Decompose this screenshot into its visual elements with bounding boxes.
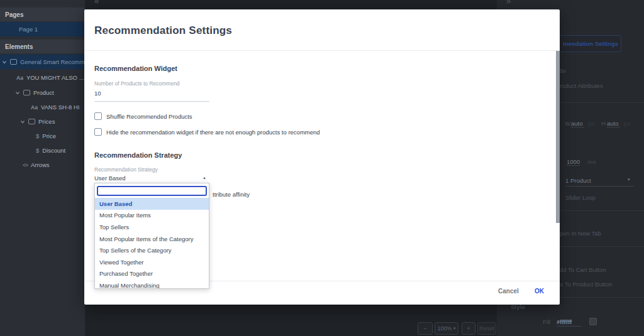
- sidebar-item-discount[interactable]: $ Discount: [0, 143, 85, 158]
- strategy-select-label: Recommendation Strategy: [94, 166, 158, 173]
- attribute-affinity-label-fragment: ttribute affinity: [213, 191, 250, 198]
- fill-label: Fill: [543, 318, 550, 325]
- sidebar-item-general-smart-recommend[interactable]: General Smart Recomme: [0, 55, 85, 69]
- sidebar-item-arrows[interactable]: <> Arrows: [0, 158, 85, 172]
- modal-scrollbar-thumb[interactable]: [556, 51, 560, 223]
- hide-widget-checkbox-label: Hide the recommendation widget if there …: [106, 129, 320, 136]
- zoom-out-button[interactable]: −: [418, 322, 433, 335]
- minus-icon: −: [423, 325, 426, 332]
- container-icon: [23, 90, 30, 95]
- chevron-down-icon: [20, 119, 25, 124]
- tree-item-label: Arrows: [31, 161, 50, 168]
- sidebar-item-product[interactable]: Product: [0, 85, 85, 100]
- dropdown-option-manual-merchandising[interactable]: Manual Merchandising: [95, 279, 209, 289]
- layers-sidebar: Pages Page 1 Elements General Smart Reco…: [0, 0, 85, 336]
- dropdown-option-most-popular-items-category[interactable]: Most Popular Items of the Category: [95, 233, 209, 245]
- tree-item-label: YOU MIGHT ALSO ...: [26, 74, 84, 81]
- dollar-icon: $: [36, 133, 39, 139]
- number-of-products-label: Number of Products to Recommend: [94, 80, 180, 87]
- number-of-products-input[interactable]: 10: [94, 90, 101, 97]
- collapse-right-panel-icon[interactable]: »: [506, 0, 511, 6]
- sidebar-item-you-might-also[interactable]: Aa YOU MIGHT ALSO ...: [0, 70, 85, 85]
- dropdown-option-user-based[interactable]: User Based: [95, 198, 209, 210]
- width-input[interactable]: auto: [571, 120, 583, 127]
- shuffle-checkbox-label: Shuffle Recommended Products: [106, 113, 192, 120]
- tree-item-label: Discount: [42, 147, 65, 154]
- zoom-reset-button[interactable]: Reset: [477, 322, 496, 335]
- cancel-button[interactable]: Cancel: [498, 288, 519, 295]
- dropdown-search-input[interactable]: [97, 186, 207, 196]
- zoom-in-button[interactable]: +: [462, 322, 475, 335]
- hide-widget-checkbox[interactable]: [94, 128, 102, 136]
- fill-color-swatch[interactable]: [589, 318, 597, 325]
- products-per-slide-value: 1 Product: [565, 177, 591, 184]
- number-input-underline: [94, 101, 209, 102]
- page-item-label: Page 1: [19, 26, 38, 33]
- dropdown-option-purchased-together[interactable]: Purchased Together: [95, 268, 209, 280]
- elements-header: Elements: [0, 40, 85, 53]
- height-label: H: [601, 120, 606, 127]
- zoom-level-dropdown[interactable]: 100% ▾: [435, 322, 458, 335]
- sidebar-item-prices[interactable]: Prices: [0, 114, 85, 129]
- shuffle-checkbox-row: Shuffle Recommended Products: [94, 112, 192, 120]
- dropdown-option-top-sellers[interactable]: Top Sellers: [95, 221, 209, 233]
- dropdown-option-most-popular-items[interactable]: Most Popular Items: [95, 210, 209, 222]
- button-label-fragment: mendation Settings: [563, 40, 618, 47]
- chevron-down-icon: [2, 60, 7, 65]
- recommendation-settings-button[interactable]: mendation Settings: [558, 35, 621, 52]
- tree-item-label: General Smart Recomme: [20, 58, 85, 65]
- collapse-left-panel-icon[interactable]: «: [94, 0, 99, 6]
- height-unit-label: px: [624, 120, 631, 127]
- height-input[interactable]: auto: [607, 120, 619, 127]
- tree-item-label: Product: [33, 89, 54, 96]
- dropdown-option-top-sellers-category[interactable]: Top Sellers of the Category: [95, 244, 209, 256]
- plus-icon: +: [467, 325, 470, 332]
- container-icon: [28, 119, 35, 124]
- width-unit-label: px: [588, 120, 595, 127]
- shuffle-checkbox[interactable]: [94, 112, 102, 120]
- product-attributes-label-fragment: roduct Attributes: [560, 82, 603, 89]
- title-field-label-fragment: tle: [560, 67, 566, 74]
- title-divider: [84, 50, 560, 51]
- zoom-level-value: 100%: [437, 325, 452, 332]
- products-per-slide-select[interactable]: 1 Product: [565, 177, 591, 184]
- container-icon: [10, 59, 17, 65]
- fill-color-input[interactable]: #ffffff: [557, 318, 572, 325]
- strategy-select[interactable]: User Based: [94, 175, 126, 182]
- duration-unit-label: ms: [587, 158, 596, 165]
- modal-title: Recommendation Settings: [94, 24, 232, 37]
- tree-item-label: VANS SH-8 HI: [41, 104, 80, 111]
- code-icon: <>: [23, 162, 28, 168]
- sidebar-item-page-1[interactable]: Page 1: [0, 22, 85, 36]
- dollar-icon: $: [36, 147, 39, 154]
- slider-loop-label: Slider Loop: [565, 194, 596, 201]
- sidebar-item-vans-sh8-hi[interactable]: Aa VANS SH-8 HI: [0, 100, 85, 114]
- chevron-down-icon: ▾: [628, 177, 630, 182]
- hide-widget-checkbox-row: Hide the recommendation widget if there …: [94, 128, 320, 136]
- duration-input[interactable]: 1000: [567, 158, 580, 165]
- reset-label: Reset: [479, 325, 494, 332]
- text-element-icon: Aa: [31, 104, 38, 111]
- tree-item-label: Prices: [38, 118, 55, 125]
- tree-item-label: Price: [42, 133, 56, 139]
- width-label: W: [565, 120, 570, 127]
- go-to-product-button-label-fragment: o To Product Button: [560, 281, 612, 288]
- dropdown-option-viewed-together[interactable]: Viewed Together: [95, 256, 209, 268]
- chevron-up-icon: ▲: [203, 176, 206, 180]
- open-in-new-tab-label-fragment: pen In New Tab: [560, 230, 601, 237]
- add-to-cart-button-label-fragment: dd To Cart Button: [560, 266, 606, 273]
- text-element-icon: Aa: [16, 75, 23, 81]
- strategy-dropdown-panel: User Based Most Popular Items Top Seller…: [94, 183, 209, 289]
- chevron-down-icon: ▾: [453, 326, 456, 331]
- strategy-section-heading: Recommendation Strategy: [94, 151, 182, 159]
- sidebar-item-price[interactable]: $ Price: [0, 129, 85, 143]
- ok-button[interactable]: OK: [535, 288, 544, 295]
- pages-header: Pages: [0, 8, 85, 21]
- recommendation-settings-modal: Recommendation Settings Recommendation W…: [84, 9, 560, 305]
- app-window: Pages Page 1 Elements General Smart Reco…: [0, 0, 644, 336]
- widget-section-heading: Recommendation Widget: [94, 65, 177, 72]
- chevron-down-icon: [15, 90, 20, 95]
